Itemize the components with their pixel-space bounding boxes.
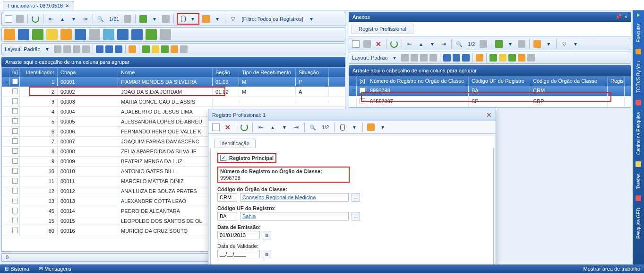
dlg-delete-icon[interactable]: ✕	[223, 123, 232, 132]
orgao-code-input[interactable]	[217, 193, 237, 202]
status-mensagens[interactable]: ✉ Mensagens	[39, 266, 71, 272]
process-dd-icon[interactable]: ▾	[213, 14, 222, 24]
view2-icon[interactable]	[152, 45, 159, 53]
tab-registro-profissional[interactable]: Registro Profissional	[352, 24, 413, 34]
rcol-orgao[interactable]: Código do Órgão da Classe	[530, 76, 608, 86]
anx-v2-icon[interactable]	[499, 54, 507, 62]
refresh-icon[interactable]	[31, 14, 40, 24]
validade-calendar-icon[interactable]: ▦	[263, 250, 271, 258]
group-add-icon[interactable]	[146, 29, 157, 40]
pin-icon[interactable]: 📌	[615, 14, 622, 20]
anx-c3-icon[interactable]	[462, 54, 470, 62]
anx-layout-value[interactable]: Padrão	[371, 55, 387, 61]
rcol-numero[interactable]: Número do Registro no Órgão de Classe	[367, 76, 469, 86]
filter-funnel-icon[interactable]: ▽	[228, 14, 238, 24]
view3-icon[interactable]	[161, 45, 169, 53]
clip-icon[interactable]	[179, 14, 188, 24]
sun-icon[interactable]	[46, 29, 58, 40]
anx-v5-icon[interactable]	[527, 54, 535, 62]
filter-dd-icon[interactable]: ▾	[307, 14, 316, 24]
dlg-refresh-icon[interactable]	[240, 123, 249, 132]
checkbox-checked-icon[interactable]: ✓	[220, 155, 226, 161]
table-row[interactable]: 200002JOAO DA SILVA JORDAM01.02MA	[2, 87, 345, 97]
anx-last-icon[interactable]: ⇥	[439, 39, 448, 49]
executar-icon[interactable]	[637, 13, 640, 17]
anx-print-icon[interactable]	[517, 39, 526, 49]
tab-close-icon[interactable]: ×	[66, 3, 69, 9]
uf-desc-link[interactable]: Bahia	[240, 212, 349, 220]
rcol-check[interactable]: [x]	[357, 76, 367, 86]
dlg-new-icon[interactable]	[211, 123, 221, 132]
grid-icon[interactable]	[123, 14, 132, 24]
dlg-search-icon[interactable]: 🔍	[308, 123, 318, 132]
ged-label[interactable]: Pesquisa GED	[636, 208, 641, 239]
anx-export-dd-icon[interactable]: ▾	[506, 39, 515, 49]
user-detail-icon[interactable]	[18, 29, 29, 40]
layout-btn4-icon[interactable]	[82, 45, 90, 53]
validade-input[interactable]	[217, 250, 260, 258]
col-chapa[interactable]: Chapa	[58, 68, 118, 77]
search-icon[interactable]: 🔍	[96, 14, 105, 24]
anx-c2-icon[interactable]	[453, 54, 460, 62]
central-label[interactable]: Central de Pesquisa	[636, 112, 641, 155]
dialog-title-bar[interactable]: Registro Profissional: 1 ✕	[208, 109, 496, 121]
col-secao[interactable]: Seção	[213, 68, 239, 77]
anx-grid-icon[interactable]	[479, 39, 488, 49]
orgao-lookup-icon[interactable]: …	[352, 193, 360, 202]
table-row[interactable]: 64557897SPCRP	[349, 97, 631, 107]
anx-prev-icon[interactable]: ▴	[416, 39, 426, 49]
anx-process-icon[interactable]	[532, 39, 542, 49]
anx-lb4-icon[interactable]	[429, 54, 437, 62]
tarefas-icon[interactable]	[635, 161, 641, 167]
anx-next-icon[interactable]: ▾	[428, 39, 437, 49]
registro-grid[interactable]: [x] Número do Registro no Órgão de Class…	[349, 76, 631, 108]
emissao-calendar-icon[interactable]: ▦	[263, 231, 271, 239]
group-by-bar[interactable]: Arraste aqui o cabeçalho de uma coluna p…	[1, 57, 345, 67]
orgao-desc-link[interactable]: Conselho Regional de Medicina	[240, 193, 349, 202]
new-icon[interactable]	[4, 14, 13, 24]
tab-funcionario[interactable]: Funcionário - 03.9.0516 ×	[3, 1, 74, 10]
anx-delete-icon[interactable]: ✕	[374, 39, 383, 49]
dialog-close-icon[interactable]: ✕	[486, 111, 492, 119]
edit-icon[interactable]	[15, 14, 25, 24]
tarefas-label[interactable]: Tarefas	[636, 174, 641, 189]
anx-lb3-icon[interactable]	[420, 54, 428, 62]
anx-process-dd-icon[interactable]: ▾	[544, 39, 553, 49]
anx-v1-icon[interactable]	[489, 54, 497, 62]
executar-label[interactable]: Executar	[636, 24, 641, 42]
central-icon[interactable]	[635, 100, 641, 106]
view4-icon[interactable]	[171, 45, 178, 53]
col-tipo[interactable]: Tipo de Recebimento	[239, 68, 296, 77]
byyou-icon[interactable]	[635, 49, 641, 54]
col-check[interactable]: [x]	[9, 68, 20, 77]
last-icon[interactable]: ⇥	[80, 14, 90, 24]
mail-icon[interactable]	[89, 29, 100, 40]
table-row[interactable]: 300003MARIA CONCEICAO DE ASSIS	[2, 97, 345, 107]
table-row[interactable]: >9998798BACRM	[349, 86, 631, 97]
process-icon[interactable]	[201, 14, 211, 24]
anx-edit-icon[interactable]	[362, 39, 372, 49]
uf-code-input[interactable]	[217, 212, 237, 220]
anx-chart-icon[interactable]	[476, 54, 483, 62]
print-icon[interactable]	[161, 14, 171, 24]
anx-first-icon[interactable]: ⇤	[405, 39, 414, 49]
dlg-clip-dd-icon[interactable]: ▾	[350, 123, 359, 132]
folder-icon[interactable]	[103, 29, 114, 40]
dlg-prev-icon[interactable]: ▴	[268, 123, 277, 132]
export-dd-icon[interactable]: ▾	[150, 14, 159, 24]
dlg-last-icon[interactable]: ⇥	[292, 123, 301, 132]
anx-group-by-bar[interactable]: Arraste aqui o cabeçalho de uma coluna p…	[349, 65, 631, 76]
anx-layout-dd-icon[interactable]: ▾	[390, 53, 399, 62]
table-row[interactable]: >100001ITAMAR MENDES DA SILVEIRA01.03MP	[2, 77, 345, 87]
anx-filter-icon[interactable]: ▽	[559, 39, 569, 49]
first-icon[interactable]: ⇤	[46, 14, 56, 24]
layout-value[interactable]: Padrão	[24, 46, 40, 52]
rcol-uf[interactable]: Código UF do Registro	[469, 76, 530, 86]
layout-btn1-icon[interactable]	[54, 45, 61, 53]
export-icon[interactable]	[138, 14, 148, 24]
status-mostrar[interactable]: Mostrar área de trabalho	[584, 266, 640, 272]
anx-c1-icon[interactable]	[443, 54, 451, 62]
star-icon[interactable]	[60, 29, 72, 40]
anx-v3-icon[interactable]	[508, 54, 516, 62]
user-green-icon[interactable]	[75, 29, 86, 40]
